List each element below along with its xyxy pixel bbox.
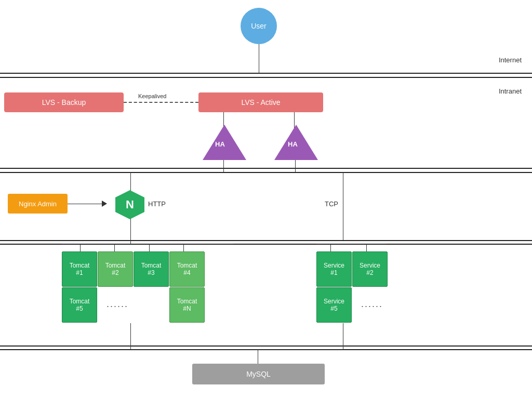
mysql-v-line (258, 349, 258, 364)
drop-t4 (183, 244, 184, 251)
lvs-active-box: LVS - Active (198, 92, 323, 112)
drop-s2 (366, 244, 367, 251)
drop-t2 (114, 244, 115, 251)
tomcat-h-top (62, 244, 233, 244)
nginx-down (130, 219, 131, 244)
user-label: User (251, 22, 267, 30)
service-2-box: Service#2 (352, 251, 388, 287)
service-h-top (316, 244, 387, 244)
mysql-box: MySQL (192, 364, 325, 384)
service-down (343, 323, 343, 349)
tcp-v-line (343, 172, 343, 240)
keepalived-label: Keepalived (138, 93, 166, 99)
tomcat-5-box: Tomcat#5 (62, 287, 97, 323)
tomcat-n-label: Tomcat#N (177, 298, 197, 312)
service-5-label: Service#5 (324, 298, 344, 312)
tcp-label: TCP (325, 200, 338, 208)
intranet-label: Intranet (499, 87, 522, 95)
drop-t3 (149, 244, 150, 251)
drop-t1 (80, 244, 81, 251)
service-1-box: Service#1 (316, 251, 352, 287)
service-dots: ...... (361, 299, 383, 310)
line-mid2 (0, 172, 532, 173)
diagram: Internet Intranet User LVS - Active LVS … (0, 0, 532, 399)
service-1-label: Service#1 (324, 262, 344, 276)
http-label: HTTP (148, 200, 166, 208)
bottom-h-line (130, 349, 343, 350)
lvs-backup-label: LVS - Backup (42, 98, 86, 107)
tomcat-4-label: Tomcat#4 (177, 262, 197, 276)
line-mid3 (0, 240, 532, 241)
ha-label-2: HA (288, 140, 298, 148)
line-intranet (0, 77, 532, 78)
internet-label: Internet (499, 56, 522, 64)
ha-triangle-2: HA (274, 125, 318, 160)
service-2-label: Service#2 (360, 262, 380, 276)
tomcat-3-box: Tomcat#3 (134, 251, 169, 287)
ha1-down (223, 160, 224, 172)
nginx-hex: N (115, 190, 144, 219)
tomcat-n-box: Tomcat#N (169, 287, 205, 323)
nginx-letter: N (126, 198, 134, 211)
keepalived-line (124, 102, 198, 103)
ha2-down (295, 160, 296, 172)
drop-s1 (330, 244, 331, 251)
tomcat-3-label: Tomcat#3 (141, 262, 162, 276)
lvs-active-label: LVS - Active (241, 98, 280, 107)
admin-arrow-line (68, 204, 103, 204)
tomcat-5-label: Tomcat#5 (70, 298, 90, 312)
lvs-backup-box: LVS - Backup (4, 92, 124, 112)
ha-label-1: HA (215, 140, 225, 148)
line-bot1 (0, 345, 532, 347)
nginx-admin-label: Nginx Admin (19, 200, 57, 208)
line-internet (0, 73, 532, 74)
tomcat-2-label: Tomcat#2 (105, 262, 126, 276)
service-5-box: Service#5 (316, 287, 352, 323)
tomcat-1-box: Tomcat#1 (62, 251, 97, 287)
mysql-label: MySQL (246, 370, 271, 378)
ha-triangle-1: HA (203, 125, 246, 160)
user-line-down (259, 44, 259, 74)
admin-arrow-head (102, 201, 107, 207)
nginx-admin-box: Nginx Admin (8, 194, 68, 214)
tomcat-2-box: Tomcat#2 (98, 251, 133, 287)
tomcat-dots: ...... (107, 299, 128, 310)
line-mid1 (0, 168, 532, 169)
tomcat-1-label: Tomcat#1 (70, 262, 90, 276)
tomcat-down (130, 323, 131, 349)
user-circle: User (241, 8, 277, 44)
tomcat-4-box: Tomcat#4 (169, 251, 205, 287)
